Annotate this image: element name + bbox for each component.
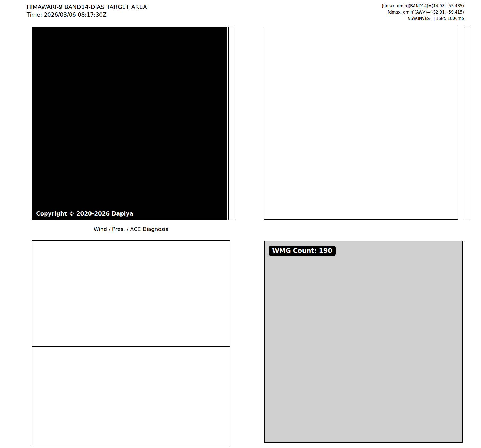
wind-pressure-chart-panel xyxy=(32,240,230,347)
page-title: HIMAWARI-9 BAND14-DIAS TARGET AREA xyxy=(27,4,147,10)
header-right: [dmax, dmin](BAND14)=(14.08, -55.435) [d… xyxy=(382,3,464,22)
band14-colorbar xyxy=(228,27,235,220)
dmax-dmin-band14: [dmax, dmin](BAND14)=(14.08, -55.435) xyxy=(382,3,464,9)
awv-map-panel xyxy=(264,27,458,220)
awv-colorbar xyxy=(463,27,470,220)
band14-map-panel: Copyright © 2020-2026 Dapiya xyxy=(32,27,227,220)
ace-chart-panel xyxy=(32,346,230,447)
figure-canvas: HIMAWARI-9 BAND14-DIAS TARGET AREA Time:… xyxy=(0,0,481,448)
dmax-dmin-awv: [dmax, dmin](AWV)=(-32.91, -59.415) xyxy=(382,9,464,15)
wmg-count-badge: WMG Count: 190 xyxy=(269,246,336,256)
wmg-grid-panel: WMG Count: 190 xyxy=(264,241,463,443)
timestamp: Time: 2026/03/06 08:17:30Z xyxy=(27,12,107,18)
storm-status: 95W.INVEST | 15kt, 1006mb xyxy=(382,15,464,22)
diagnosis-title: Wind / Pres. / ACE Diagnosis xyxy=(32,226,230,232)
copyright-watermark: Copyright © 2020-2026 Dapiya xyxy=(34,210,135,217)
